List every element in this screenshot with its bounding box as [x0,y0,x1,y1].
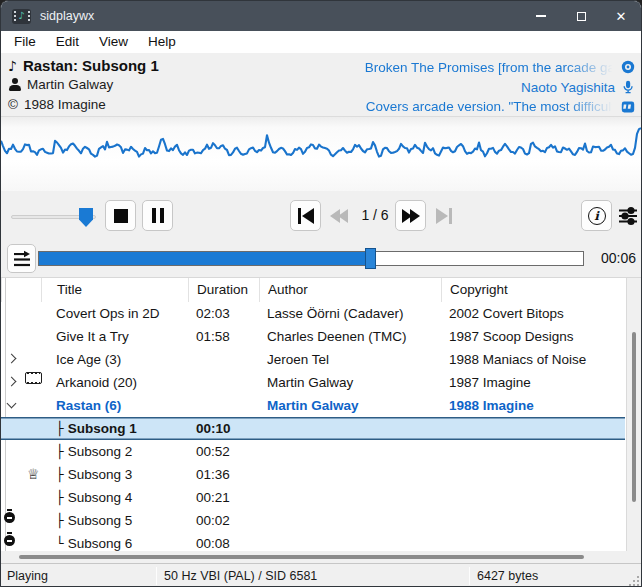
waveform-panel [1,116,641,191]
menu-bar: File Edit View Help [1,31,641,53]
seek-panel: 00:06 [1,241,641,277]
column-duration[interactable]: Duration [188,278,259,302]
mixer-button[interactable] [612,200,642,231]
cell-title: Rastan (6) [41,394,188,417]
column-copyright[interactable]: Copyright [441,278,641,302]
stopwatch-icon [4,512,15,523]
cell-author: Martin Galway [259,394,441,417]
cell-copyright [441,532,625,551]
row-icon-gutter [1,348,41,371]
cell-copyright [441,417,625,440]
playback-controls: 1 / 6 i [1,191,641,241]
prev-subsong-button[interactable] [323,200,354,231]
menu-view[interactable]: View [89,31,138,53]
song-title-text: Ice Age (3) [56,348,121,371]
playlist-row[interactable]: Ice Age (3)Jeroen Tel1988 Maniacs of Noi… [1,348,625,371]
song-title: Rastan: Subsong 1 [23,57,159,74]
vertical-scrollbar[interactable] [626,278,641,551]
cell-author: Jeroen Tel [259,348,441,371]
cell-duration [188,371,259,394]
cell-duration: 00:02 [188,509,259,532]
cell-author [259,486,441,509]
cell-copyright: 1988 Maniacs of Noise [441,348,625,371]
playlist-row[interactable]: └Subsong 600:08 [1,532,625,551]
song-title-text: Subsong 3 [68,463,133,486]
cell-title: Give It a Try [41,325,188,348]
song-title-text: Give It a Try [56,325,129,348]
close-icon: ✕ [616,9,627,24]
song-title-text: Subsong 1 [68,417,137,440]
playlist-row[interactable]: ├Subsong 100:10 [1,417,625,440]
chevron-right-icon[interactable] [7,354,17,364]
menu-help[interactable]: Help [138,31,186,53]
playlist-row[interactable]: ♕├Subsong 301:36 [1,463,625,486]
playlist-row[interactable]: Give It a Try01:58Charles Deenen (TMC)19… [1,325,625,348]
row-icon-gutter [1,509,41,532]
playback-mode-button[interactable] [7,244,36,273]
elapsed-time: 00:06 [601,250,636,266]
window-title: sidplaywx [40,9,94,23]
maximize-button[interactable] [561,1,601,31]
tree-branch: ├ [56,486,64,509]
record-icon [621,60,635,74]
title-bar[interactable]: ♪ sidplaywx ✕ [1,1,641,31]
next-subsong-button[interactable] [395,200,426,231]
cell-author [259,463,441,486]
column-icon-gutter [1,278,41,302]
row-icon-gutter [1,417,41,440]
cell-author: Lasse Öörni (Cadaver) [259,302,441,325]
chevron-right-icon[interactable] [7,377,17,387]
column-author[interactable]: Author [259,278,441,302]
cell-title: Covert Ops in 2D [41,302,188,325]
seek-fill [39,252,371,265]
volume-thumb[interactable] [79,208,93,227]
cell-author [259,417,441,440]
menu-file[interactable]: File [4,31,46,53]
playlist-row[interactable]: Covert Ops in 2D02:03Lasse Öörni (Cadave… [1,302,625,325]
close-button[interactable]: ✕ [601,1,641,31]
menu-edit[interactable]: Edit [46,31,89,53]
song-copyright: 1988 Imagine [24,97,106,112]
stop-button[interactable] [105,200,136,231]
minimize-button[interactable] [521,1,561,31]
prev-track-button[interactable] [290,200,321,231]
status-playback-state: Playing [7,564,48,587]
playlist-row[interactable]: ├Subsong 500:02 [1,509,625,532]
song-title-text: Subsong 6 [68,532,133,551]
next-track-icon [436,208,452,224]
playlist-row[interactable]: Rastan (6)Martin Galway1988 Imagine [1,394,625,417]
cell-title: ├Subsong 4 [41,486,188,509]
song-title-text: Rastan (6) [56,394,121,417]
playlist-row[interactable]: ├Subsong 200:52 [1,440,625,463]
info-icon: i [588,207,606,225]
column-title[interactable]: Title [41,278,188,302]
row-icon-gutter [1,325,41,348]
horizontal-scrollbar-thumb[interactable] [19,555,584,559]
prev-track-icon [298,208,314,224]
pause-button[interactable] [142,200,173,231]
vertical-scrollbar-thumb[interactable] [632,332,636,502]
tree-branch: └ [56,532,64,551]
playlist-row[interactable]: ├Subsong 400:21 [1,486,625,509]
cell-author [259,509,441,532]
next-subsong-icon [402,209,420,223]
chevron-down-icon[interactable] [7,399,17,409]
volume-slider[interactable] [11,210,96,222]
artist-icon [8,78,21,91]
row-icon-gutter [1,440,41,463]
seek-thumb[interactable] [365,248,376,269]
cell-copyright: 2002 Covert Bitops [441,302,625,325]
copyright-icon: © [8,97,18,112]
next-track-button[interactable] [428,200,459,231]
status-file-size: 6427 bytes [477,564,538,587]
seek-bar[interactable] [38,251,584,266]
tune-info-button[interactable]: i [581,200,612,231]
resize-grip[interactable] [629,576,639,586]
cell-author [259,532,441,551]
status-separator [156,567,157,585]
cell-copyright: 1987 Scoop Designs [441,325,625,348]
horizontal-scrollbar[interactable] [1,551,641,563]
stil-song-name: Broken The Promises [from the arcade ga [365,60,615,75]
playlist-row[interactable]: Arkanoid (20)Martin Galway1987 Imagine [1,371,625,394]
playback-mode-icon [11,248,33,270]
